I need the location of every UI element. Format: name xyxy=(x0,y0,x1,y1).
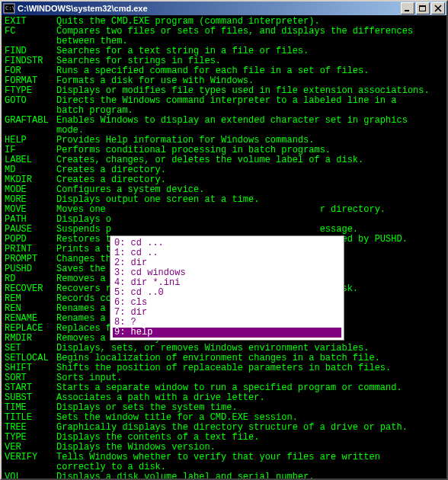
help-cmd: FC xyxy=(5,27,56,37)
help-desc: Enables Windows to display an extended c… xyxy=(56,116,443,126)
window-title: C:\WINDOWS\system32\cmd.exe xyxy=(18,4,399,13)
history-item[interactable]: 7: dir xyxy=(113,308,341,318)
help-cmd: GRAFTABL xyxy=(5,116,56,126)
svg-rect-2 xyxy=(405,10,409,11)
help-row: VOLDisplays a disk volume label and seri… xyxy=(5,472,443,478)
minimize-button[interactable] xyxy=(401,2,414,14)
history-item[interactable]: 6: cls xyxy=(113,298,341,308)
history-item[interactable]: 5: cd ..0 xyxy=(113,288,341,298)
help-desc: Moves one r directory. xyxy=(56,205,443,215)
maximize-button[interactable] xyxy=(416,2,430,14)
history-item[interactable]: 9: help xyxy=(113,328,341,338)
svg-rect-4 xyxy=(419,5,426,7)
window-buttons xyxy=(399,2,445,14)
history-item[interactable]: 1: cd .. xyxy=(113,248,341,258)
titlebar[interactable]: C:\ C:\WINDOWS\system32\cmd.exe xyxy=(2,2,446,15)
help-desc: Displays a disk volume label and serial … xyxy=(56,472,443,478)
terminal-area[interactable]: EXITQuits the CMD.EXE program (command i… xyxy=(2,15,446,478)
cmd-icon[interactable]: C:\ xyxy=(3,3,15,14)
cmd-window: C:\ C:\WINDOWS\system32\cmd.exe EXITQuit… xyxy=(0,0,448,480)
svg-text:C:\: C:\ xyxy=(5,5,15,11)
help-cmd: VERIFY xyxy=(5,453,56,462)
close-button[interactable] xyxy=(431,2,445,14)
help-cmd: VOL xyxy=(5,472,56,478)
command-history-popup[interactable]: 0: cd ...1: cd ..2: dir3: cd windows4: d… xyxy=(110,236,344,340)
help-cmd: GOTO xyxy=(5,96,56,106)
